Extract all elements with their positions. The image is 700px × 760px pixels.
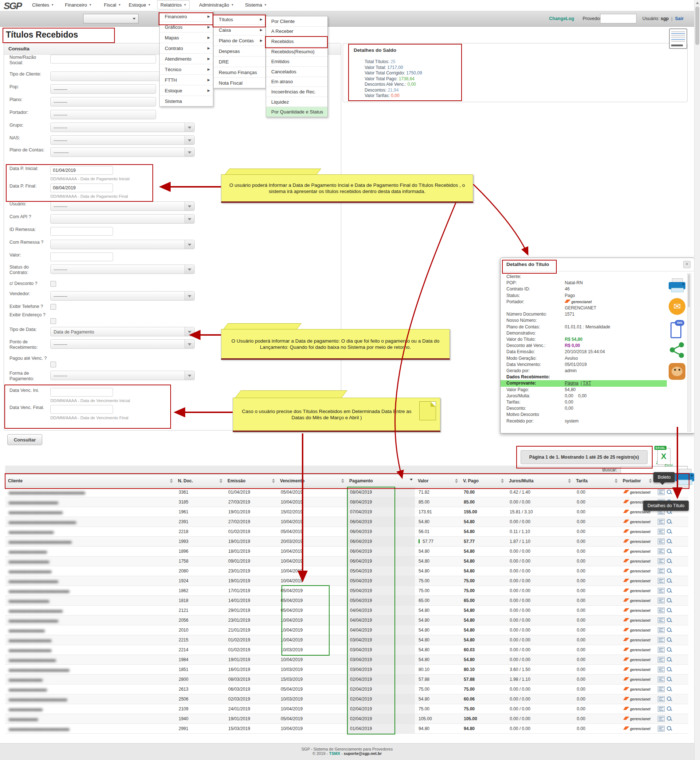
sort-icon[interactable] [272, 479, 275, 483]
sms-icon[interactable]: SMS [670, 320, 684, 337]
cell-cliente[interactable]: ▆▆▆▆▆▆▆▆▆▆▆▆▆▆▆▆▆▆▆▆▆▆ [5, 616, 175, 625]
cell-actions[interactable] [654, 527, 688, 537]
column-header-tarifa[interactable]: Tarifa [573, 475, 620, 487]
select-pop[interactable]: --------- [50, 84, 156, 94]
boleto-icon[interactable] [658, 519, 665, 525]
cell-actions[interactable] [654, 596, 688, 606]
cell-cliente[interactable]: ▆▆▆▆▆▆▆▆▆▆▆▆▆▆▆▆▆▆▆▆▆▆ [5, 576, 175, 586]
topmenu-sistema[interactable]: Sistema▼ [245, 2, 267, 8]
magnifier-icon[interactable] [667, 628, 672, 633]
sort-icon[interactable] [568, 479, 571, 483]
cell-actions[interactable] [654, 655, 688, 665]
magnifier-icon[interactable] [667, 638, 672, 642]
select-portador[interactable]: --------- [50, 110, 156, 119]
column-header-valor[interactable]: Valor [415, 475, 460, 487]
topmenu-clientes[interactable]: Clientes▼ [32, 2, 54, 8]
cell-cliente[interactable]: ▆▆▆▆▆▆▆▆▆▆▆▆▆▆▆▆▆ [5, 547, 175, 556]
cell-cliente[interactable]: ▆▆▆▆▆▆▆▆▆▆▆▆▆▆▆▆▆▆▆▆▆ [5, 655, 175, 665]
boleto-icon[interactable] [658, 716, 665, 722]
cell-cliente[interactable]: ▆▆▆▆▆▆▆▆▆▆▆▆▆▆▆▆▆▆▆▆▆▆▆▆▆▆▆ [5, 586, 175, 596]
magnifier-icon[interactable] [667, 578, 672, 583]
cell-cliente[interactable]: ▆▆▆▆▆▆▆▆▆▆▆▆▆▆▆▆▆▆▆▆▆▆▆▆▆▆▆▆ [5, 537, 175, 547]
sort-icon[interactable] [455, 479, 458, 483]
menu-item-resumo-finan-as[interactable]: Resumo Finanças [214, 67, 266, 78]
cell-actions[interactable] [654, 556, 688, 566]
boleto-icon[interactable] [658, 706, 665, 712]
print-icon[interactable] [675, 469, 695, 486]
cell-cliente[interactable]: ▆▆▆▆▆▆▆▆▆▆▆▆▆▆▆▆▆▆ [5, 556, 175, 566]
cell-cliente[interactable]: ▆▆▆▆▆▆▆▆▆▆▆▆▆▆▆▆▆▆ [5, 596, 175, 606]
cell-actions[interactable] [654, 625, 688, 635]
menu-item-recebidos-resumo-[interactable]: Recebidos(Resumo) [266, 47, 327, 57]
cell-actions[interactable] [654, 694, 688, 704]
menu-item-despesas[interactable]: Despesas [214, 46, 266, 56]
boleto-icon[interactable] [658, 529, 665, 534]
cell-actions[interactable] [654, 685, 688, 694]
cell-actions[interactable] [654, 566, 688, 576]
magnifier-icon[interactable] [667, 707, 672, 711]
cell-actions[interactable] [654, 704, 688, 714]
cell-cliente[interactable]: ▆▆▆▆▆▆▆▆▆▆▆▆▆▆▆ [5, 675, 175, 685]
cell-cliente[interactable]: ▆▆▆▆▆▆▆▆▆▆▆▆▆ [5, 714, 175, 724]
excel-export-icon[interactable]: X↓ EXCELExcel [655, 446, 673, 466]
email-icon[interactable]: ✉ [669, 298, 686, 315]
input-data-venc-final[interactable] [50, 405, 113, 414]
cell-actions[interactable] [654, 547, 688, 556]
column-header-cliente[interactable]: Cliente [5, 475, 175, 487]
cell-actions[interactable] [654, 537, 688, 547]
sort-icon[interactable] [170, 479, 173, 483]
magnifier-icon[interactable] [667, 490, 672, 495]
cell-cliente[interactable]: ▆▆▆▆▆▆▆▆▆▆▆▆▆▆▆▆▆▆▆▆▆▆▆▆▆▆▆▆▆▆ [5, 517, 175, 527]
boleto-icon[interactable] [658, 686, 665, 692]
select-grupo[interactable]: --------- [50, 122, 195, 132]
cell-actions[interactable] [654, 714, 688, 724]
cell-actions[interactable] [654, 616, 688, 625]
magnifier-icon[interactable] [667, 539, 672, 544]
cell-actions[interactable] [654, 576, 688, 586]
cell-cliente[interactable]: ▆▆▆▆▆▆▆▆▆▆▆▆▆▆▆▆▆▆▆▆▆▆ [5, 497, 175, 507]
cell-actions[interactable] [654, 675, 688, 685]
menu-item-por-cliente[interactable]: Por Cliente [266, 16, 327, 27]
topmenu-administração[interactable]: Administração▼ [199, 2, 234, 8]
menu-item-caixa[interactable]: Caixa▶ [214, 25, 266, 35]
cell-cliente[interactable]: ▆▆▆▆▆▆▆▆▆▆▆▆▆▆▆▆▆▆▆▆▆▆▆▆ [5, 507, 175, 517]
menu-item-cancelados[interactable]: Cancelados [266, 67, 327, 77]
menu-item-incoer-ncias-de-rec-[interactable]: Incoerências de Rec. [266, 87, 327, 97]
column-header-portador[interactable]: Portador [620, 475, 654, 487]
cell-actions[interactable] [654, 606, 688, 616]
boleto-icon[interactable] [658, 677, 665, 682]
checkbox-exibir-telefone[interactable] [50, 304, 56, 310]
checkbox-pagou-at-venc[interactable] [50, 362, 56, 367]
input-data-p-inicial[interactable] [50, 166, 113, 175]
sort-icon[interactable] [615, 479, 617, 483]
menu-item-liquidez[interactable]: Liquidez [266, 97, 327, 107]
cell-cliente[interactable]: ▆▆▆▆▆▆▆▆▆▆▆▆▆▆▆▆▆▆▆ [5, 566, 175, 576]
topmenu-relatórios[interactable]: Relatórios▼ [158, 1, 189, 9]
menu-item-atendimento[interactable]: Atendimento▶ [160, 53, 213, 64]
mascot-icon[interactable] [669, 363, 686, 380]
page-scrollbar[interactable] [694, 0, 700, 760]
column-header-v-pago[interactable]: V. Pago [460, 475, 506, 487]
boleto-icon[interactable] [658, 548, 665, 554]
boleto-icon[interactable] [658, 558, 665, 564]
boleto-icon[interactable] [658, 637, 665, 643]
column-header-juros-multa[interactable]: Juros/Multa [506, 475, 573, 487]
comprovante-link-página[interactable]: Página [565, 381, 578, 385]
menu-item-estoque[interactable]: Estoque▶ [160, 85, 213, 96]
cell-actions[interactable] [654, 635, 688, 645]
select-status-do-contrato[interactable]: --------- [50, 265, 195, 274]
cell-cliente[interactable]: ▆▆▆▆▆▆▆▆▆▆▆▆▆▆▆▆▆▆▆▆ [5, 527, 175, 537]
magnifier-icon[interactable] [667, 529, 672, 534]
magnifier-icon[interactable] [667, 677, 672, 682]
boleto-icon[interactable] [658, 647, 665, 653]
cell-actions[interactable] [654, 724, 688, 734]
magnifier-icon[interactable] [667, 657, 672, 662]
sgp-logo[interactable]: SGP [4, 0, 22, 12]
menu-item-ftth[interactable]: FTTH▶ [160, 75, 213, 85]
changelog-link[interactable]: ChangeLog [549, 16, 574, 21]
magnifier-icon[interactable] [667, 608, 672, 613]
input-data-venc-ini[interactable] [50, 388, 113, 396]
magnifier-icon[interactable] [667, 569, 672, 574]
cell-cliente[interactable]: ▆▆▆▆▆▆▆▆▆▆▆▆▆▆▆▆ [5, 625, 175, 635]
topmenu-estoque[interactable]: Estoque▼ [129, 2, 151, 8]
